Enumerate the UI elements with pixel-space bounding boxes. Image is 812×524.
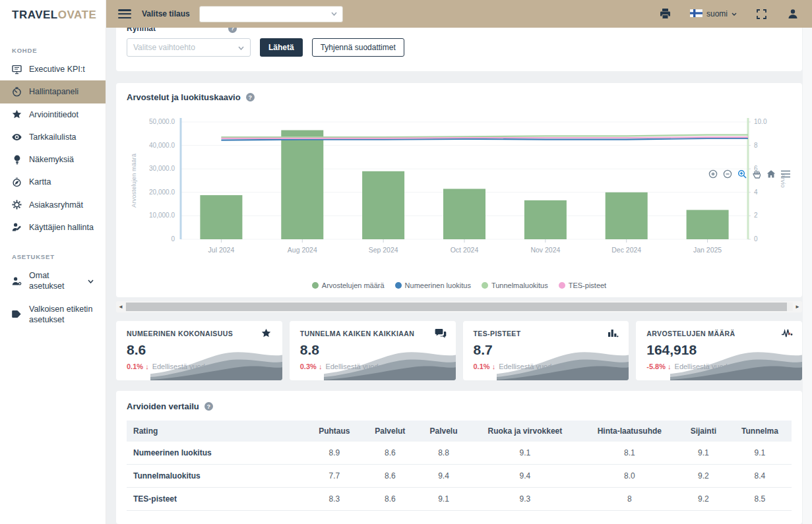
sidebar-item-label: Hallintapaneli xyxy=(29,86,78,97)
sidebar-item-arviointitiedot[interactable]: Arviointitiedot xyxy=(0,103,106,126)
table-cell: 8.3 xyxy=(306,488,362,511)
clock-icon xyxy=(12,87,22,97)
scrollbar-track[interactable] xyxy=(125,303,793,311)
filter-card: Ryhmät ? Valitse vaihtoehto Lähetä Tyhje… xyxy=(116,28,802,71)
hamburger-menu-icon[interactable] xyxy=(118,9,131,18)
logo[interactable]: TRAVELOVATE xyxy=(0,0,106,22)
table-cell: 8.6 xyxy=(363,488,418,511)
table-row-numeerinen-luokitus: Numeerinen luokitus8.98.68.89.18.19.19.1 xyxy=(127,442,792,465)
scroll-left-arrow-icon[interactable]: ◄ xyxy=(116,301,125,312)
home-icon[interactable] xyxy=(766,169,776,179)
pan-icon[interactable] xyxy=(751,169,761,179)
svg-text:Oct 2024: Oct 2024 xyxy=(451,246,479,254)
row-label: Tunnelmaluokitus xyxy=(127,465,306,488)
legend-label: TES-pisteet xyxy=(569,281,606,289)
selection-zoom-icon[interactable] xyxy=(737,169,747,179)
chart-legend: Arvostelujen määräNumeerinen luokitusTun… xyxy=(127,281,792,289)
sidebar-item-tarkkailulista[interactable]: Tarkkailulista xyxy=(0,126,106,148)
kpi-value: 8.7 xyxy=(474,342,619,358)
scrollbar-thumb[interactable] xyxy=(126,303,787,311)
table-cell: 9.2 xyxy=(679,465,728,488)
help-icon[interactable]: ? xyxy=(204,402,213,411)
sidebar-settings-nav: Omat asetuksetValkoisen etiketin asetuks… xyxy=(0,264,106,331)
legend-item-arvostelujen-m-r[interactable]: Arvostelujen määrä xyxy=(312,281,385,289)
kpi-value: 164,918 xyxy=(646,342,792,358)
kpi-card-tes-pisteet: TES-PISTEET8.70.1% ↓Edellisestä vuodesta xyxy=(463,321,629,380)
legend-label: Tunnelmaluokitus xyxy=(491,281,548,289)
help-icon[interactable]: ? xyxy=(246,93,255,102)
user-avatar-icon[interactable] xyxy=(786,7,800,21)
kpi-title: ARVOSTELUJEN MÄÄRÄ xyxy=(646,330,792,337)
kpi-title: NUMEERINEN KOKONAISUUS xyxy=(127,330,272,337)
sidebar: TRAVELOVATE KOHDE Executive KPI:tHallint… xyxy=(0,0,106,524)
sidebar-item-hallintapaneli[interactable]: Hallintapaneli xyxy=(0,80,106,103)
column-header-palvelu: Palvelu xyxy=(418,421,470,442)
kpi-delta: 0.1% ↓Edellisestä vuodesta xyxy=(474,363,619,370)
kpi-title: TES-PISTEET xyxy=(474,330,619,337)
scroll-right-arrow-icon[interactable]: ► xyxy=(793,301,802,312)
table-cell: 7.7 xyxy=(306,465,362,488)
kpi-delta: 0.3% ↓Edellisestä vuodesta xyxy=(300,363,445,370)
sidebar-item-valkoisen-etiketin-asetukset[interactable]: Valkoisen etiketin asetukset xyxy=(0,298,106,332)
table-cell: 9.2 xyxy=(679,488,728,511)
zoom-out-icon[interactable] xyxy=(722,169,732,179)
language-selector[interactable]: suomi xyxy=(690,9,737,19)
column-header-ruoka-ja-virvokkeet: Ruoka ja virvokkeet xyxy=(470,421,580,442)
print-icon[interactable] xyxy=(658,7,673,21)
table-cell: 8 xyxy=(580,488,679,511)
sidebar-item-executive-kpi-t[interactable]: Executive KPI:t xyxy=(0,58,106,80)
kpi-title: TUNNELMA KAIKEN KAIKKIAAN xyxy=(300,330,445,337)
sidebar-item-n-kemyksi[interactable]: Näkemyksiä xyxy=(0,148,106,171)
kpi-value: 8.6 xyxy=(127,342,272,358)
kpi-card-arvostelujen-m-r: ARVOSTELUJEN MÄÄRÄ164,918-5.8% ↓Edellise… xyxy=(636,321,802,380)
legend-item-numeerinen-luokitus[interactable]: Numeerinen luokitus xyxy=(395,281,471,289)
table-row-tunnelmaluokitus: Tunnelmaluokitus7.78.69.49.48.09.28.4 xyxy=(127,465,792,488)
chevron-down-icon xyxy=(88,276,94,286)
menu-icon[interactable] xyxy=(780,169,790,179)
table-row-tes-pisteet: TES-pisteet8.38.69.19.389.28.5 xyxy=(127,488,792,511)
svg-text:Dec 2024: Dec 2024 xyxy=(611,246,641,254)
chevron-down-icon xyxy=(238,43,244,52)
svg-text:30,000.0: 30,000.0 xyxy=(149,165,175,172)
svg-text:Nov 2024: Nov 2024 xyxy=(530,246,560,254)
legend-item-tunnelmaluokitus[interactable]: Tunnelmaluokitus xyxy=(482,281,548,289)
chart-title: Arvostelut ja luokituskaavio xyxy=(127,92,241,102)
sidebar-item-label: Omat asetukset xyxy=(29,270,80,292)
column-header-sijainti: Sijainti xyxy=(679,421,728,442)
svg-text:Jan 2025: Jan 2025 xyxy=(693,246,722,254)
table-cell: 8.6 xyxy=(363,465,418,488)
group-filter-select[interactable]: Valitse vaihtoehto xyxy=(127,38,251,57)
app: TRAVELOVATE KOHDE Executive KPI:tHallint… xyxy=(0,0,812,524)
chevron-down-icon xyxy=(732,13,737,16)
user-edit-icon xyxy=(12,222,22,232)
kpi-card-tunnelma-kaiken-kaikkiaan: TUNNELMA KAIKEN KAIKKIAAN8.80.3% ↓Edelli… xyxy=(290,321,456,380)
table-cell: 9.1 xyxy=(728,442,792,465)
top-header: Valitse tilaus suomi xyxy=(106,0,812,28)
fullscreen-icon[interactable] xyxy=(754,7,768,21)
kpi-delta-note: Edellisestä vuodesta xyxy=(325,363,392,370)
bulb-icon xyxy=(12,155,22,165)
svg-text:Jul 2024: Jul 2024 xyxy=(208,246,235,254)
column-header-tunnelma: Tunnelma xyxy=(728,421,792,442)
legend-item-tes-pisteet[interactable]: TES-pisteet xyxy=(559,281,606,289)
svg-text:Sep 2024: Sep 2024 xyxy=(369,246,398,254)
zoom-in-icon[interactable] xyxy=(708,169,718,179)
sidebar-item-k-ytt-jien-hallinta[interactable]: Käyttäjien hallinta xyxy=(0,216,106,239)
sidebar-item-asiakasryhm-t[interactable]: Asiakasryhmät xyxy=(0,194,106,216)
sidebar-item-omat-asetukset[interactable]: Omat asetukset xyxy=(0,264,106,298)
svg-text:Aug 2024: Aug 2024 xyxy=(288,246,317,254)
reviews-ratings-chart[interactable]: 010,000.020,000.030,000.040,000.050,000.… xyxy=(127,111,792,279)
submit-button[interactable]: Lähetä xyxy=(260,38,303,57)
clear-filters-button[interactable]: Tyhjennä suodattimet xyxy=(312,38,404,57)
help-icon[interactable]: ? xyxy=(228,28,237,33)
comparison-title: Arvioiden vertailu xyxy=(127,401,199,411)
svg-text:0: 0 xyxy=(171,235,175,243)
legend-label: Arvostelujen määrä xyxy=(322,281,385,289)
sidebar-item-kartta[interactable]: Kartta xyxy=(0,171,106,193)
table-cell: 8.5 xyxy=(728,488,792,511)
gear-icon xyxy=(12,200,22,210)
svg-text:10.0: 10.0 xyxy=(754,118,767,125)
sidebar-item-label: Käyttäjien hallinta xyxy=(29,222,94,233)
order-select[interactable] xyxy=(199,6,343,22)
horizontal-scrollbar[interactable]: ◄ ► xyxy=(116,301,802,312)
